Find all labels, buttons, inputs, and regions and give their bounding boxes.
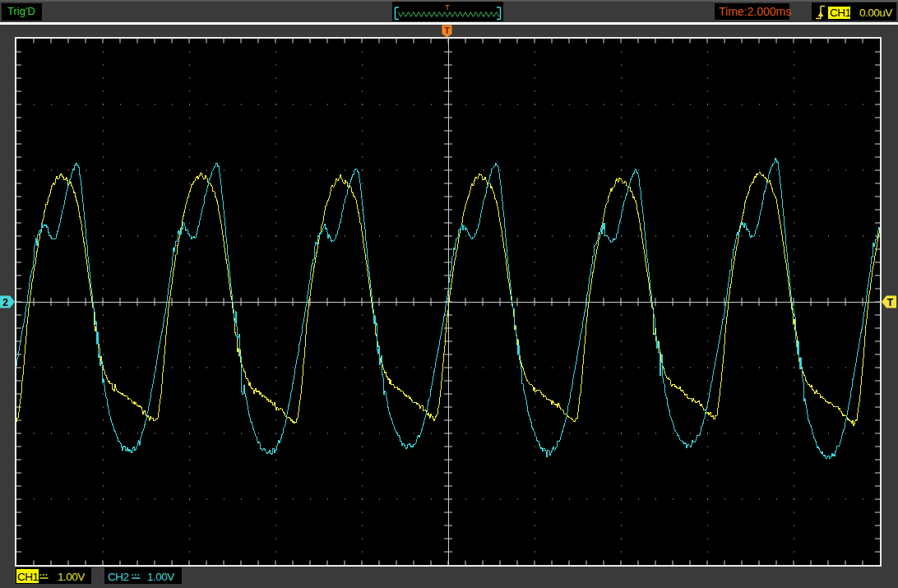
- svg-text:2: 2: [2, 297, 8, 308]
- svg-text:T: T: [445, 2, 450, 12]
- svg-text:T: T: [887, 297, 894, 308]
- svg-text:T: T: [444, 25, 450, 35]
